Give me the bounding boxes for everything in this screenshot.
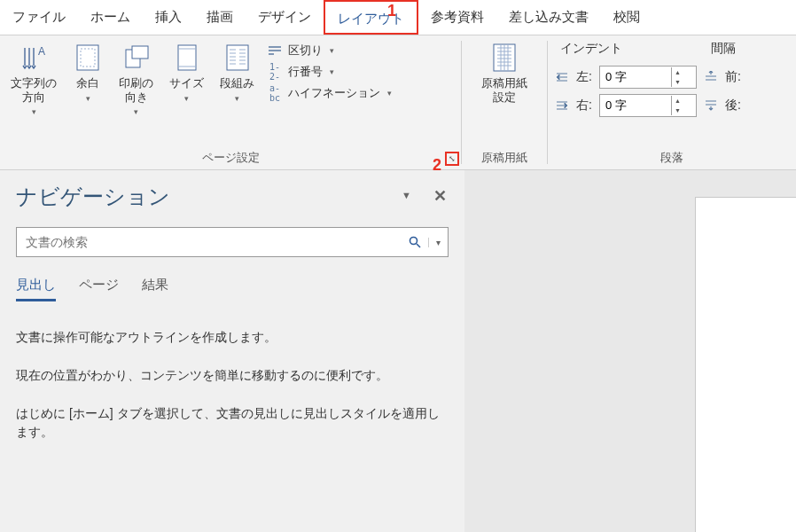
size-icon — [172, 43, 202, 73]
hyphenation-icon: a-bc — [267, 87, 283, 99]
page-setup-dialog-launcher[interactable]: ⤡ — [445, 152, 459, 166]
tab-design[interactable]: デザイン — [246, 0, 324, 35]
subtab-headings[interactable]: 見出し — [16, 277, 56, 301]
size-label: サイズ — [169, 76, 204, 90]
svg-point-8 — [410, 238, 418, 245]
chevron-down-icon: ▾ — [330, 46, 334, 55]
indent-left-input[interactable] — [600, 68, 671, 87]
spinner-down-icon[interactable]: ▼ — [672, 106, 683, 115]
tab-draw[interactable]: 描画 — [194, 0, 246, 35]
chevron-down-icon: ▾ — [32, 107, 36, 116]
text-direction-label: 文字列の 方向 — [11, 76, 57, 104]
navigation-dropdown[interactable]: ▼ — [402, 190, 411, 200]
group-label-manuscript: 原稿用紙 — [469, 146, 540, 169]
body-area: ナビゲーション ▼ ✕ ▾ 見出し ページ 結果 文書に操作可能なアウトラインを… — [0, 170, 796, 532]
chevron-down-icon: ▾ — [330, 67, 334, 76]
columns-icon — [222, 43, 253, 73]
chevron-down-icon: ▾ — [184, 94, 189, 103]
search-options-dropdown[interactable]: ▾ — [428, 238, 448, 247]
orientation-icon — [121, 43, 152, 73]
manuscript-settings-button[interactable]: 原稿用紙 設定 — [478, 39, 531, 107]
columns-button[interactable]: 段組み ▾ — [216, 39, 258, 106]
document-page[interactable] — [695, 197, 796, 532]
ribbon: 2 A 文字列の 方向 ▾ 余白 ▾ 印刷の 向き — [0, 35, 796, 170]
spacing-before-label: 前: — [725, 69, 741, 85]
columns-label: 段組み — [220, 76, 254, 90]
spacing-after-icon — [704, 99, 718, 112]
size-button[interactable]: サイズ ▾ — [166, 39, 207, 106]
chevron-down-icon: ▾ — [134, 107, 138, 116]
indent-left-label: 左: — [576, 69, 592, 85]
dialog-launcher-icon: ⤡ — [449, 154, 456, 163]
svg-rect-6 — [227, 45, 248, 70]
group-manuscript: 原稿用紙 設定 原稿用紙 — [462, 35, 547, 169]
search-icon[interactable] — [402, 236, 428, 248]
indent-right-spinner[interactable]: ▲▼ — [599, 94, 697, 117]
text-direction-icon: A — [19, 43, 49, 73]
spacing-after-label: 後: — [725, 98, 741, 113]
page-setup-stack: 区切り ▾ 1-2- 行番号 ▾ a-bc ハイフネーション ▾ — [267, 39, 392, 101]
ribbon-tabs: ファイル ホーム 挿入 描画 デザイン レイアウト 参考資料 差し込み文書 校閲 — [0, 0, 796, 35]
indent-heading: インデント — [560, 41, 622, 57]
group-label-paragraph: 段落 — [555, 146, 789, 169]
tab-layout[interactable]: レイアウト — [324, 0, 418, 35]
chevron-down-icon: ▾ — [235, 94, 239, 103]
navigation-subtabs: 見出し ページ 結果 — [16, 277, 449, 301]
tab-home[interactable]: ホーム — [78, 0, 143, 35]
hyphenation-button[interactable]: a-bc ハイフネーション ▾ — [267, 85, 392, 101]
margins-label: 余白 — [76, 76, 99, 90]
hyphenation-label: ハイフネーション — [288, 85, 380, 101]
svg-text:A: A — [38, 45, 45, 58]
spacing-before-icon — [704, 71, 718, 83]
spinner-up-icon[interactable]: ▲ — [672, 96, 683, 106]
indent-right-input[interactable] — [600, 97, 671, 115]
navigation-message-2: 現在の位置がわかり、コンテンツを簡単に移動するのに便利です。 — [16, 366, 449, 385]
tab-review[interactable]: 校閲 — [601, 0, 652, 35]
subtab-results[interactable]: 結果 — [142, 277, 168, 301]
search-input[interactable] — [17, 230, 402, 254]
spinner-down-icon[interactable]: ▼ — [672, 77, 683, 87]
indent-left-icon — [555, 72, 569, 82]
document-area[interactable] — [464, 170, 796, 532]
manuscript-icon — [489, 43, 519, 73]
line-numbers-button[interactable]: 1-2- 行番号 ▾ — [267, 64, 392, 80]
group-page-setup: A 文字列の 方向 ▾ 余白 ▾ 印刷の 向き ▾ — [0, 35, 461, 169]
subtab-pages[interactable]: ページ — [79, 277, 119, 301]
tab-mailings[interactable]: 差し込み文書 — [496, 0, 601, 35]
line-numbers-icon: 1-2- — [267, 66, 283, 78]
margins-button[interactable]: 余白 ▾ — [69, 39, 106, 106]
tab-file[interactable]: ファイル — [0, 0, 78, 35]
margins-icon — [73, 43, 103, 73]
close-icon[interactable]: ✕ — [433, 186, 447, 206]
svg-rect-4 — [132, 46, 148, 59]
line-numbers-label: 行番号 — [288, 64, 323, 80]
manuscript-label: 原稿用紙 設定 — [481, 76, 527, 104]
breaks-button[interactable]: 区切り ▾ — [267, 43, 392, 59]
breaks-icon — [267, 44, 283, 57]
chevron-down-icon: ▾ — [86, 94, 90, 103]
spinner-up-icon[interactable]: ▲ — [672, 67, 683, 77]
orientation-label: 印刷の 向き — [119, 76, 153, 104]
navigation-title: ナビゲーション — [16, 183, 449, 211]
indent-left-spinner[interactable]: ▲▼ — [599, 66, 697, 89]
group-paragraph: インデント 間隔 左: ▲▼ 前: 右: — [548, 35, 796, 169]
orientation-button[interactable]: 印刷の 向き ▾ — [115, 39, 157, 120]
navigation-pane: ナビゲーション ▼ ✕ ▾ 見出し ページ 結果 文書に操作可能なアウトラインを… — [0, 170, 464, 532]
tab-insert[interactable]: 挿入 — [143, 0, 194, 35]
indent-right-icon — [555, 100, 569, 111]
search-box[interactable]: ▾ — [16, 227, 449, 257]
tab-references[interactable]: 参考資料 — [418, 0, 496, 35]
chevron-down-icon: ▾ — [387, 89, 392, 98]
spacing-heading: 間隔 — [711, 41, 736, 57]
indent-right-label: 右: — [576, 98, 592, 113]
navigation-message-3: はじめに [ホーム] タブを選択して、文書の見出しに見出しスタイルを適用します。 — [16, 404, 449, 442]
breaks-label: 区切り — [288, 43, 323, 59]
navigation-message-1: 文書に操作可能なアウトラインを作成します。 — [16, 328, 449, 347]
text-direction-button[interactable]: A 文字列の 方向 ▾ — [7, 39, 60, 120]
group-label-page-setup: ページ設定 — [7, 146, 454, 169]
